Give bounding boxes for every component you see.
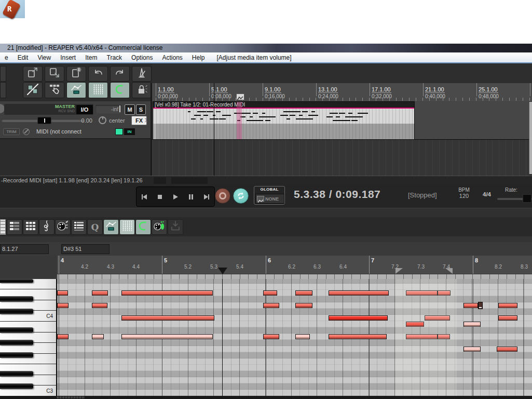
io-button[interactable]: I/O	[76, 104, 93, 115]
midi-toolbar-button-track-rows[interactable]	[7, 219, 22, 235]
global-automation-control[interactable]: GLOBAL AUTO NONE	[254, 186, 285, 205]
midi-note-D4[interactable]	[498, 303, 517, 308]
midi-playhead-marker[interactable]	[218, 268, 227, 274]
toolbar-button-grid-hand[interactable]	[45, 82, 64, 98]
piano-key-black-G#3[interactable]	[0, 340, 33, 345]
item-fade-handle[interactable]	[153, 124, 156, 139]
bpm-control[interactable]: BPM 120	[454, 187, 474, 199]
toolbar-button-lock[interactable]	[132, 82, 152, 98]
midi-note-A3[interactable]	[57, 334, 69, 339]
menu-item-edit[interactable]: Edit	[13, 54, 33, 61]
midi-note-D4[interactable]	[463, 303, 478, 308]
timeline-marker[interactable]: 25.1.000:48.000	[479, 84, 499, 99]
edit-cursor[interactable]	[214, 83, 214, 176]
piano-key-black-D#3[interactable]	[0, 371, 33, 377]
reaper-app-icon[interactable]: R	[0, 0, 25, 18]
midi-note-G3[interactable]	[463, 347, 481, 352]
time-signature[interactable]: 4/4	[483, 191, 491, 197]
volume-value[interactable]: 0.00	[70, 117, 92, 124]
midi-toolbar-button-dock[interactable]	[168, 219, 183, 235]
toolbar-button-unlink-items[interactable]	[23, 82, 43, 98]
toolbar-button-partial-2[interactable]	[0, 82, 6, 98]
midi-note-C4[interactable]	[498, 315, 517, 321]
midi-note-E4[interactable]	[295, 290, 312, 296]
bpm-value[interactable]: 120	[454, 193, 474, 199]
arrange-vertical-scrollbar[interactable]	[529, 102, 532, 174]
media-item-take1[interactable]	[153, 108, 414, 124]
piano-key-black-F#4[interactable]	[0, 279, 33, 283]
toolbar-button-grid-lines[interactable]	[88, 82, 108, 98]
piano-key-black-C#3[interactable]	[0, 383, 33, 389]
mute-button[interactable]: M	[125, 104, 135, 115]
arrange-timeline-ruler[interactable]: 1.1.000:00.0005.1.000:08.0009.1.000:16.0…	[152, 83, 532, 101]
piano-keyboard[interactable]: C4C3	[0, 279, 57, 396]
midi-note-A3[interactable]	[263, 334, 279, 339]
midi-note-D4[interactable]	[57, 303, 69, 308]
pan-knob[interactable]	[99, 116, 106, 124]
midi-note-box[interactable]: D#3 51	[61, 244, 110, 254]
midi-note-A3[interactable]	[121, 334, 213, 339]
toolbar-button-metronome[interactable]	[132, 66, 152, 82]
trim-button[interactable]: TRIM	[3, 128, 20, 135]
toolbar-button-snap-magnet[interactable]	[110, 82, 130, 98]
timeline-marker[interactable]: 21.1.000:40.000	[425, 84, 445, 99]
toolbar-button-partial-1[interactable]	[0, 66, 6, 82]
menu-item-insert[interactable]: Insert	[56, 54, 80, 61]
midi-note-E4[interactable]	[57, 290, 68, 296]
media-item-take2[interactable]	[153, 124, 414, 139]
transport-position-display[interactable]: 5.3.38 / 0:09.187	[294, 188, 380, 201]
toolbar-button-open-project[interactable]	[23, 66, 43, 82]
midi-toolbar-button-quantize[interactable]: Q	[87, 219, 103, 235]
pan-value[interactable]: center	[109, 117, 125, 124]
midi-toolbar-button-event-filter[interactable]	[55, 219, 71, 235]
menu-item-options[interactable]: Options	[127, 54, 157, 61]
midi-toolbar-button-event-list[interactable]	[71, 219, 87, 235]
toolbar-button-undo[interactable]	[88, 66, 108, 82]
midi-note-D4[interactable]	[92, 303, 107, 308]
piano-key-black-F#3[interactable]	[0, 352, 33, 358]
midi-toolbar-button-envelope-mode[interactable]	[103, 219, 119, 235]
solo-button[interactable]: S	[136, 104, 146, 115]
midi-note-E4[interactable]	[121, 290, 213, 296]
rate-slider-handle[interactable]	[523, 194, 531, 203]
midi-note-A3[interactable]	[329, 334, 387, 339]
pause-button[interactable]	[185, 192, 197, 202]
record-button[interactable]	[215, 188, 230, 204]
input-label[interactable]: MIDI (not connect	[36, 128, 81, 135]
midi-note-E4[interactable]	[329, 290, 389, 296]
midi-note-C4[interactable]	[329, 315, 388, 321]
midi-note-D4[interactable]	[295, 303, 312, 308]
midi-note-G3[interactable]	[497, 347, 517, 352]
cc-lane-drag-handle[interactable]	[57, 396, 85, 398]
midi-position-box[interactable]: 8.1.27	[0, 244, 49, 254]
menu-item-track[interactable]: Track	[102, 54, 127, 61]
midi-toolbar-button-humanize[interactable]	[152, 219, 167, 235]
midi-note-B3[interactable]	[463, 322, 481, 327]
midi-toolbar-button-notation[interactable]	[39, 219, 54, 235]
midi-note-selected[interactable]	[478, 302, 483, 309]
piano-roll[interactable]	[57, 279, 532, 396]
menu-item-actions[interactable]: Actions	[157, 54, 187, 61]
midi-note-D4[interactable]	[263, 303, 279, 308]
repeat-button[interactable]	[233, 188, 249, 204]
timeline-marker[interactable]: 13.1.000:24.000	[318, 84, 338, 99]
menu-item-view[interactable]: View	[33, 54, 56, 61]
midi-media-item[interactable]: [Vel x0.98] Take 1/2: 01-Recorded MIDI	[153, 102, 414, 139]
volume-slider-handle[interactable]	[37, 117, 51, 124]
midi-note-E4[interactable]	[92, 290, 108, 296]
piano-key-black-C#4[interactable]	[0, 309, 33, 314]
midi-toolbar-button-snap-magnet[interactable]	[135, 219, 151, 235]
in-badge[interactable]: IN	[124, 128, 135, 135]
go-to-end-button[interactable]	[201, 192, 212, 202]
menu-item-e[interactable]: e	[0, 54, 13, 61]
play-button[interactable]	[170, 192, 181, 202]
record-monitor-indicator[interactable]	[115, 128, 123, 135]
timeline-marker[interactable]: 1.1.000:00.000	[158, 84, 178, 99]
menu-item-help[interactable]: Help	[187, 54, 210, 61]
midi-note-E4[interactable]	[263, 290, 277, 296]
global-auto-mode[interactable]: NONE	[255, 194, 284, 204]
toolbar-button-redo[interactable]	[110, 66, 130, 82]
toolbar-button-envelope-mode[interactable]	[66, 82, 86, 98]
piano-key-black-A#3[interactable]	[0, 327, 33, 333]
stop-button[interactable]	[154, 192, 166, 202]
